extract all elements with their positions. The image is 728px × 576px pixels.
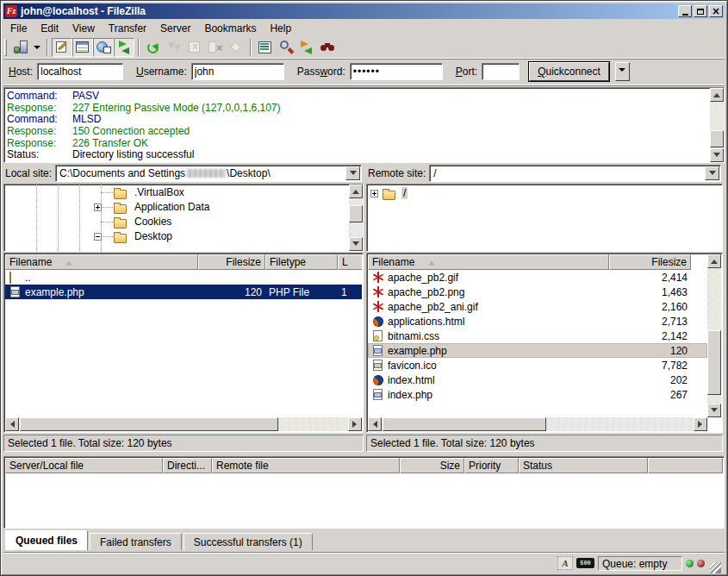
column-header-l[interactable]: L (338, 254, 362, 270)
file-row[interactable]: favicon.ico7,782 (368, 358, 707, 373)
scrollbar-thumb[interactable] (710, 130, 724, 147)
transfer-type-ascii-icon[interactable]: A (557, 556, 573, 570)
remote-site-combobox[interactable]: / (429, 165, 721, 182)
menu-item-server[interactable]: Server (153, 21, 197, 36)
column-header-filesize[interactable]: Filesize (198, 254, 265, 270)
menu-item-bookmarks[interactable]: Bookmarks (197, 21, 263, 36)
file-row[interactable]: apache_pb2.png1,463 (368, 285, 707, 299)
tree-item-cookies[interactable]: Cookies (4, 215, 363, 229)
queue-column-status[interactable]: Status (519, 458, 648, 473)
remote-list-hscrollbar[interactable] (368, 417, 707, 431)
queue-column-empty[interactable] (648, 458, 723, 473)
file-name-cell: bitnami.css (368, 330, 609, 342)
scrollbar-thumb[interactable] (383, 417, 546, 431)
minimize-button[interactable] (678, 5, 692, 17)
port-label: Port: (456, 66, 477, 78)
column-header-filename[interactable]: Filename (368, 254, 609, 270)
cancel-operation-button[interactable] (184, 38, 205, 57)
scroll-right-button[interactable] (694, 417, 707, 431)
column-header-filesize[interactable]: Filesize (609, 254, 691, 270)
queue-column-directi-[interactable]: Directi... (163, 458, 212, 473)
toggle-remote-tree-button[interactable] (93, 38, 114, 57)
password-input[interactable] (350, 63, 443, 80)
close-button[interactable]: × (709, 5, 723, 17)
tree-item-desktop[interactable]: Desktop (4, 229, 363, 244)
local-site-dropdown-button[interactable] (345, 166, 360, 180)
clear-queue-button[interactable] (226, 38, 246, 57)
toolbar-grip[interactable] (4, 39, 7, 56)
filelist-search-button[interactable] (276, 38, 296, 57)
toggle-local-tree-button[interactable] (72, 38, 93, 57)
transfer-queue: Server/Local fileDirecti...Remote fileSi… (3, 456, 725, 529)
menu-item-transfer[interactable]: Transfer (102, 21, 153, 36)
collapse-icon[interactable] (94, 233, 102, 241)
tab-successful-transfers-1-[interactable]: Successful transfers (1) (184, 533, 313, 550)
local-site-combobox[interactable]: C:\Documents and Settings\Desktop\ (55, 165, 362, 182)
column-header-filetype[interactable]: Filetype (265, 254, 338, 270)
column-header-label: Filesize (226, 256, 261, 268)
process-queue-button[interactable] (164, 38, 184, 57)
menu-item-view[interactable]: View (65, 21, 102, 36)
scrollbar-thumb[interactable] (707, 330, 721, 395)
expand-icon[interactable] (94, 203, 102, 211)
queue-column-server-local-file[interactable]: Server/Local file (5, 458, 163, 473)
toggle-transfer-queue-button[interactable] (114, 38, 134, 57)
file-row[interactable]: apache_pb2_ani.gif2,160 (368, 299, 707, 314)
file-row[interactable]: index.php267 (368, 387, 707, 402)
toggle-message-log-button[interactable] (52, 38, 72, 57)
column-header-label: Filename (372, 256, 414, 268)
tree-item--virtualbox[interactable]: .VirtualBox (4, 185, 363, 200)
column-header-filename[interactable]: Filename (5, 254, 198, 270)
file-row[interactable]: apache_pb2.gif2,414 (368, 270, 707, 285)
menu-item-help[interactable]: Help (263, 21, 298, 36)
host-input[interactable] (37, 63, 123, 80)
tab-failed-transfers[interactable]: Failed transfers (90, 533, 182, 550)
file-row[interactable]: example.php120PHP File1 (5, 285, 362, 299)
message-log-scrollbar[interactable] (710, 88, 724, 162)
maximize-button[interactable] (694, 5, 707, 17)
queue-column-size[interactable]: Size (400, 458, 464, 473)
scroll-down-button[interactable] (710, 148, 724, 162)
disconnect-button[interactable] (205, 38, 226, 57)
speed-limit-icon[interactable]: 500 (576, 558, 594, 568)
filter-button[interactable] (317, 38, 338, 57)
menu-item-edit[interactable]: Edit (34, 21, 65, 36)
tab-queued-files[interactable]: Queued files (5, 530, 88, 550)
quickconnect-dropdown-button[interactable] (615, 62, 630, 81)
scrollbar-thumb[interactable] (20, 417, 278, 431)
synchronized-browsing-button[interactable] (296, 38, 317, 57)
remote-list-vscrollbar[interactable] (707, 254, 721, 417)
file-size-cell: 120 (198, 286, 265, 298)
expand-icon[interactable] (370, 190, 378, 197)
refresh-button[interactable] (143, 38, 164, 57)
scroll-up-button[interactable] (710, 88, 724, 102)
file-row[interactable]: bitnami.css2,142 (368, 329, 707, 343)
tree-item-application-data[interactable]: Application Data (4, 200, 363, 215)
directory-comparison-button[interactable] (255, 38, 276, 57)
file-row[interactable]: applications.html2,713 (368, 314, 707, 329)
file-row[interactable]: index.html202 (368, 373, 707, 387)
site-manager-button[interactable] (10, 38, 31, 57)
username-input[interactable] (191, 63, 284, 80)
file-row[interactable]: .. (5, 270, 362, 285)
title-bar[interactable]: Fz john@localhost - FileZilla × (3, 3, 725, 19)
file-row[interactable]: example.php120 (368, 343, 707, 358)
local-list-hscrollbar[interactable] (5, 417, 362, 431)
window-title: john@localhost - FileZilla (21, 5, 676, 17)
queue-column-priority[interactable]: Priority (464, 458, 519, 473)
remote-site-dropdown-button[interactable] (705, 166, 719, 180)
refresh-icon (145, 40, 162, 55)
file-name: index.html (388, 374, 435, 386)
port-input[interactable] (482, 63, 520, 80)
scroll-down-button[interactable] (707, 404, 721, 417)
resize-grip[interactable] (710, 562, 721, 573)
menu-item-file[interactable]: File (3, 21, 34, 36)
quickconnect-button[interactable]: Quickconnect (529, 62, 609, 81)
scroll-right-button[interactable] (348, 417, 362, 431)
tree-item-root[interactable]: / (367, 186, 722, 201)
scroll-left-button[interactable] (5, 417, 19, 431)
scroll-up-button[interactable] (707, 254, 721, 268)
queue-column-remote-file[interactable]: Remote file (212, 458, 400, 473)
site-manager-dropdown-button[interactable] (31, 38, 43, 57)
scroll-left-button[interactable] (368, 417, 382, 431)
